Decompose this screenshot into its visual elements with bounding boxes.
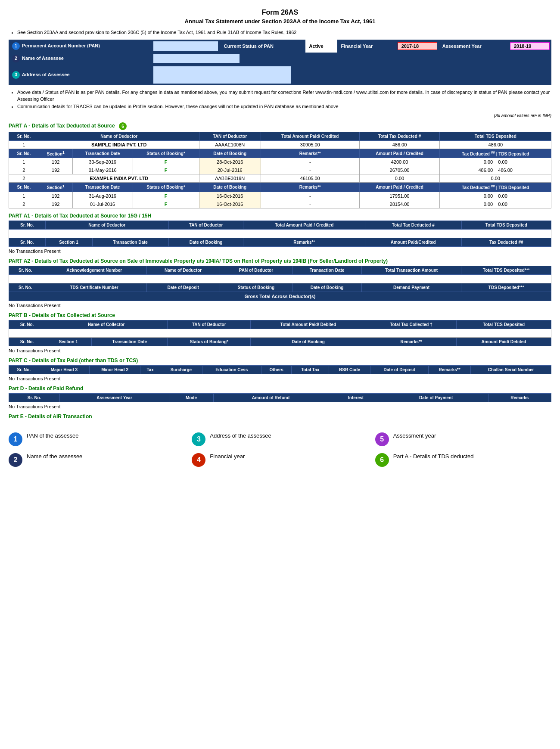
b-col-total-tcs: Total TCS Deposited xyxy=(456,320,551,329)
d-col-amount-refund: Amount of Refund xyxy=(214,393,328,402)
b-sub-sr: Sr. No. xyxy=(9,337,45,346)
d-col-remarks: Remarks xyxy=(488,393,551,402)
c-col-tax: Tax xyxy=(140,365,160,374)
bullet-2: Above data / Status of PAN is as per PAN… xyxy=(17,89,551,103)
c-col-remarks: Remarks** xyxy=(428,365,470,374)
legend-item-6: 6 Part A - Details of TDS deducted xyxy=(375,453,551,467)
a1-sub-date-booking: Date of Booking xyxy=(168,238,243,246)
a2-sub-tds-dep: TDS Deposited*** xyxy=(461,283,551,292)
a2-col-trans-date: Transaction Date xyxy=(292,266,361,274)
c-col-others: Others xyxy=(261,365,292,374)
part-a2-title: PART A2 - Details of Tax Deducted at Sou… xyxy=(9,258,551,264)
c-col-major: Major Head 3 xyxy=(39,365,89,374)
badge-3: 3 xyxy=(12,71,20,79)
legend-item-3: 3 Address of the assessee xyxy=(192,432,368,446)
d-col-mode: Mode xyxy=(169,393,214,402)
legend-text-2: Name of the assessee xyxy=(27,453,82,460)
address-label: Address of Assessee xyxy=(22,71,70,77)
form-title: Form 26AS xyxy=(9,9,551,16)
transaction-row: 1 192 31-Aug-2016 F 16-Oct-2016 - 17951.… xyxy=(9,192,551,200)
amount-note: (All amount values are in INR) xyxy=(9,113,551,118)
b-sub-status: Status of Booking* xyxy=(168,337,251,346)
a2-col-pan: PAN of Deductor xyxy=(220,266,292,274)
c-col-challan: Challan Serial Number xyxy=(471,365,551,374)
c-col-education-cess: Education Cess xyxy=(202,365,261,374)
part-a2-no-transactions: No Transactions Present xyxy=(9,303,551,308)
legend-badge-6: 6 xyxy=(375,453,389,467)
a2-sub-demand: Demand Payment xyxy=(361,283,461,292)
a1-sub-sr: Sr. No. xyxy=(9,238,46,246)
part-b-title: PART B - Details of Tax Collected at Sou… xyxy=(9,312,551,318)
a2-col-sr: Sr. No. xyxy=(9,266,42,274)
legend-item-4: 4 Financial year xyxy=(192,453,368,467)
a2-sub-tds-cert: TDS Certificate Number xyxy=(42,283,146,292)
part-c-title: PART C - Details of Tax Paid (other than… xyxy=(9,357,551,364)
deductor-sub-header: Sr. No. Section1 Transaction Date Status… xyxy=(9,183,551,192)
address-value-field[interactable] xyxy=(153,66,291,84)
d-col-sr: Sr. No. xyxy=(9,393,60,402)
pan-value-field[interactable] xyxy=(153,41,218,51)
a1-col-tan: TAN of Deductor xyxy=(168,221,243,229)
legend-badge-3: 3 xyxy=(192,432,205,446)
a2-col-ack: Acknowledgement Number xyxy=(42,266,146,274)
a1-sub-trans-date: Transaction Date xyxy=(92,238,168,246)
legend-item-1: 1 PAN of the assessee xyxy=(9,432,185,446)
bullet-3: Communication details for TRACES can be … xyxy=(17,103,551,110)
c-col-surcharge: Surcharge xyxy=(160,365,202,374)
name-value-field[interactable] xyxy=(153,54,240,63)
part-a2-table: Sr. No. Acknowledgement Number Name of D… xyxy=(9,266,551,301)
b-sub-section: Section 1 xyxy=(45,337,92,346)
current-status-value: Active xyxy=(305,40,337,53)
legend-text-1: PAN of the assessee xyxy=(27,432,78,439)
b-sub-remarks: Remarks** xyxy=(366,337,457,346)
part-a1-no-transactions: No Transactions Present xyxy=(9,249,551,254)
col-name-deductor: Name of Deductor xyxy=(39,132,199,141)
legend-text-3: Address of the assessee xyxy=(210,432,271,439)
current-status-label: Current Status of PAN xyxy=(221,40,306,53)
a1-sub-section: Section 1 xyxy=(45,238,92,246)
a1-sub-amount: Amount Paid/Credited xyxy=(365,238,461,246)
a1-col-total-tax: Total Tax Deducted # xyxy=(365,221,461,229)
pan-label: Permanent Account Number (PAN) xyxy=(22,43,100,48)
bullet-1: See Section 203AA and second provision t… xyxy=(17,29,551,36)
transaction-row: 1 192 30-Sep-2016 F 28-Oct-2016 - 4200.0… xyxy=(9,158,551,166)
a2-sub-date-booking: Date of Booking xyxy=(292,283,361,292)
a2-sub-sr: Sr. No. xyxy=(9,283,42,292)
part-d-title: Part D - Details of Paid Refund xyxy=(9,385,551,392)
part-a-title: PART A - Details of Tax Deducted at Sour… xyxy=(9,122,551,130)
c-col-sr: Sr. No. xyxy=(9,365,39,374)
a1-col-name: Name of Deductor xyxy=(45,221,168,229)
d-col-ay: Assessment Year xyxy=(60,393,169,402)
b-sub-trans-date: Transaction Date xyxy=(92,337,168,346)
legend-item-5: 5 Assessment year xyxy=(375,432,551,446)
a2-col-total-tds: Total TDS Deposited*** xyxy=(461,266,551,274)
d-col-date-payment: Date of Payment xyxy=(384,393,488,402)
a1-sub-tax: Tax Deducted ## xyxy=(461,238,551,246)
a1-col-sr: Sr. No. xyxy=(9,221,46,229)
part-a1-title: PART A1 - Details of Tax Deducted at Sou… xyxy=(9,213,551,219)
b-sub-date-booking: Date of Booking xyxy=(251,337,366,346)
legend-text-6: Part A - Details of TDS deducted xyxy=(393,453,474,460)
legend-badge-2: 2 xyxy=(9,453,22,467)
b-col-total-amount: Total Amount Paid/ Debited xyxy=(251,320,366,329)
part-d-table: Sr. No. Assessment Year Mode Amount of R… xyxy=(9,393,551,402)
assessment-year-label: Assessment Year xyxy=(439,40,508,53)
legend-badge-5: 5 xyxy=(375,432,389,446)
deductor-main-row: 1 SAMPLE INDIA PVT. LTD AAAAE1008N 30905… xyxy=(9,141,551,149)
part-c-table: Sr. No. Major Head 3 Minor Head 2 Tax Su… xyxy=(9,365,551,374)
part-a-table: Sr. No. Name of Deductor TAN of Deductor… xyxy=(9,132,551,208)
financial-year-value: 2017-18 xyxy=(398,42,437,50)
b-col-name: Name of Collector xyxy=(45,320,168,329)
part-a1-table: Sr. No. Name of Deductor TAN of Deductor… xyxy=(9,221,551,247)
a1-col-total-amount: Total Amount Paid / Credited xyxy=(243,221,365,229)
a1-sub-remarks: Remarks** xyxy=(243,238,365,246)
part-b-table: Sr. No. Name of Collector TAN of Deducto… xyxy=(9,320,551,346)
d-col-interest: Interest xyxy=(328,393,384,402)
a2-gross-total: Gross Total Across Deductor(s) xyxy=(9,292,551,301)
col-total-tax: Total Tax Deducted # xyxy=(359,132,440,141)
col-sr-no: Sr. No. xyxy=(9,132,39,141)
b-sub-amount-debited: Amount Paid/ Debited xyxy=(456,337,551,346)
badge-2: 2 xyxy=(12,55,20,62)
b-col-tan: TAN of Deductor xyxy=(168,320,251,329)
part-c-no-transactions: No Transactions Present xyxy=(9,376,551,381)
